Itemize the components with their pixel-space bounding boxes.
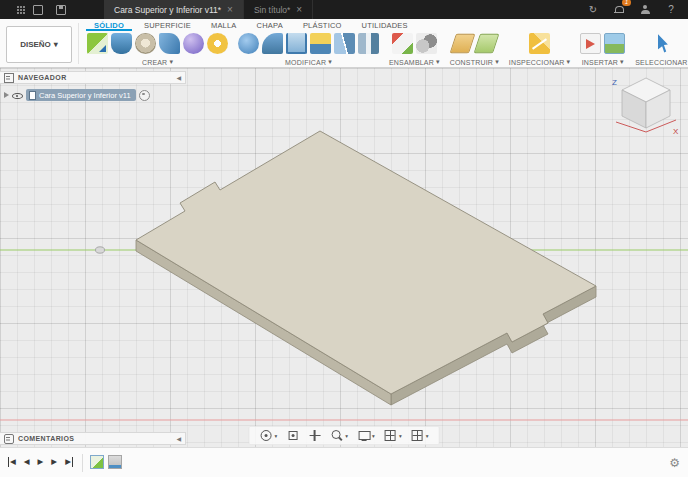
look-at-button[interactable] xyxy=(286,429,299,442)
ribbon-tab-utilidades[interactable]: UTILIDADES xyxy=(354,19,416,31)
profile-icon[interactable] xyxy=(638,3,652,17)
tab-cara-superior[interactable]: Cara Superior y Inferior v11* × xyxy=(104,0,244,19)
pan-button[interactable] xyxy=(308,429,321,442)
pan-icon xyxy=(308,429,321,442)
titlebar-right-icons: ↻ 1 ? xyxy=(576,0,688,19)
ribbon-tab-malla[interactable]: MALLA xyxy=(203,19,245,31)
group-crear: CREAR ▾ xyxy=(82,32,233,67)
create-sketch-icon[interactable] xyxy=(87,33,108,54)
viewports-button[interactable]: ▾ xyxy=(411,429,429,442)
save-icon[interactable] xyxy=(54,3,68,17)
expand-tree-icon[interactable] xyxy=(4,92,9,98)
joint-icon[interactable] xyxy=(416,33,437,54)
close-icon[interactable]: × xyxy=(296,4,302,15)
go-to-start-button[interactable]: ◀ xyxy=(8,457,16,467)
close-icon[interactable]: × xyxy=(227,4,233,15)
navigator-header[interactable]: NAVEGADOR ◀ xyxy=(0,71,186,84)
construir-dropdown[interactable]: CONSTRUIR ▾ xyxy=(450,58,499,67)
seleccionar-dropdown[interactable]: SELECCIONAR ▾ xyxy=(635,58,688,67)
insertar-dropdown[interactable]: INSERTAR ▾ xyxy=(582,58,624,67)
timeline-features xyxy=(90,455,122,469)
group-insertar: INSERTAR ▾ xyxy=(575,32,630,67)
document-icon xyxy=(29,91,36,100)
go-to-end-button[interactable]: ▶ xyxy=(65,457,73,467)
crear-dropdown[interactable]: CREAR ▾ xyxy=(142,58,173,67)
collapse-panel-icon[interactable]: ◀ xyxy=(176,74,181,81)
ribbon-tab-solido[interactable]: SÓLIDO xyxy=(86,19,132,31)
ribbon-tab-superficie[interactable]: SUPERFICIE xyxy=(136,19,199,31)
play-button[interactable]: ▶ xyxy=(38,457,44,467)
align-icon[interactable] xyxy=(358,33,379,54)
new-component-icon[interactable] xyxy=(392,33,413,54)
group-inspeccionar: INSPECCIONAR ▾ xyxy=(504,32,575,67)
chevron-down-icon: ▾ xyxy=(620,58,624,66)
modificar-dropdown[interactable]: MODIFICAR ▾ xyxy=(285,58,332,67)
display-settings-icon xyxy=(357,429,370,442)
tab-sin-titulo[interactable]: Sin título* × xyxy=(244,0,313,19)
titlebar: Cara Superior y Inferior v11* × Sin títu… xyxy=(0,0,688,19)
activate-component-icon[interactable] xyxy=(139,90,150,101)
timeline-settings-gear-icon[interactable]: ⚙ xyxy=(669,455,680,471)
chevron-down-icon: ▾ xyxy=(567,58,571,66)
sweep-icon[interactable] xyxy=(159,33,180,54)
step-forward-button[interactable]: ▶ xyxy=(51,457,57,467)
data-panel-icon[interactable] xyxy=(31,3,45,17)
body-feature-icon[interactable] xyxy=(108,455,122,469)
viewcube[interactable]: Z X xyxy=(610,72,682,136)
chevron-down-icon: ▾ xyxy=(495,58,499,66)
press-pull-icon[interactable] xyxy=(238,33,259,54)
measure-icon[interactable] xyxy=(529,33,550,54)
view-navigation-toolbar: ▾ ▾ ▾ ▾ ▾ xyxy=(249,426,440,445)
sphere-icon[interactable] xyxy=(183,33,204,54)
construction-axis-icon[interactable] xyxy=(473,34,499,53)
navigator-root-item[interactable]: Cara Superior y Inferior v11 xyxy=(26,89,136,101)
viewports-icon xyxy=(411,429,424,442)
ribbon-tabs: SÓLIDO SUPERFICIE MALLA CHAPA PLÁSTICO U… xyxy=(86,19,416,31)
split-body-icon[interactable] xyxy=(334,33,355,54)
insert-derive-icon[interactable] xyxy=(580,33,601,54)
timeline-divider xyxy=(82,454,83,472)
chevron-down-icon: ▾ xyxy=(426,433,429,439)
bell-icon xyxy=(614,5,624,15)
navigator-panel: NAVEGADOR ◀ Cara Superior y Inferior v11 xyxy=(0,71,186,101)
ribbon-tab-plastico[interactable]: PLÁSTICO xyxy=(295,19,350,31)
combine-icon[interactable] xyxy=(310,33,331,54)
extrude-icon[interactable] xyxy=(111,33,132,54)
step-back-button[interactable]: ◀ xyxy=(24,457,30,467)
inspeccionar-dropdown[interactable]: INSPECCIONAR ▾ xyxy=(509,58,570,67)
visibility-eye-icon[interactable] xyxy=(12,90,23,100)
help-icon[interactable]: ? xyxy=(664,3,678,17)
decal-icon[interactable] xyxy=(604,33,625,54)
navigator-title: NAVEGADOR xyxy=(18,74,172,81)
comments-title: COMENTARIOS xyxy=(18,435,172,442)
ribbon-tab-chapa[interactable]: CHAPA xyxy=(249,19,291,31)
timeline-bar: ◀ ◀ ▶ ▶ ▶ ⚙ xyxy=(0,447,688,477)
apps-grid-icon[interactable] xyxy=(8,3,22,17)
timeline-playback-controls: ◀ ◀ ▶ ▶ ▶ xyxy=(8,457,73,467)
ensamblar-dropdown[interactable]: ENSAMBLAR ▾ xyxy=(389,58,440,67)
collapse-panel-icon[interactable]: ◀ xyxy=(176,435,181,442)
workspace-selector-button[interactable]: DISEÑO ▾ xyxy=(6,26,72,63)
orbit-button[interactable]: ▾ xyxy=(260,429,278,442)
zoom-button[interactable]: ▾ xyxy=(330,429,348,442)
plate-top-face[interactable] xyxy=(136,131,596,394)
orbit-icon xyxy=(260,429,273,442)
origin-point[interactable] xyxy=(96,247,105,253)
fillet-icon[interactable] xyxy=(262,33,283,54)
offset-plane-icon[interactable] xyxy=(449,34,475,53)
navigator-root-row: Cara Superior y Inferior v11 xyxy=(4,89,186,101)
group-ensamblar: ENSAMBLAR ▾ xyxy=(384,32,445,67)
shell-icon[interactable] xyxy=(286,33,307,54)
3d-viewport[interactable]: NAVEGADOR ◀ Cara Superior y Inferior v11… xyxy=(0,68,688,447)
sync-history-icon[interactable]: ↻ xyxy=(586,3,600,17)
sketch-feature-icon[interactable] xyxy=(90,455,104,469)
titlebar-left-icons xyxy=(0,0,76,19)
tab-label: Cara Superior y Inferior v11* xyxy=(114,5,221,15)
revolve-icon[interactable] xyxy=(135,33,156,54)
coil-icon[interactable] xyxy=(207,33,228,54)
comments-header[interactable]: COMENTARIOS ◀ xyxy=(0,432,186,445)
notifications-icon[interactable]: 1 xyxy=(612,3,626,17)
display-settings-button[interactable]: ▾ xyxy=(357,429,375,442)
grid-and-snaps-button[interactable]: ▾ xyxy=(384,429,402,442)
select-cursor-icon[interactable] xyxy=(654,33,675,54)
